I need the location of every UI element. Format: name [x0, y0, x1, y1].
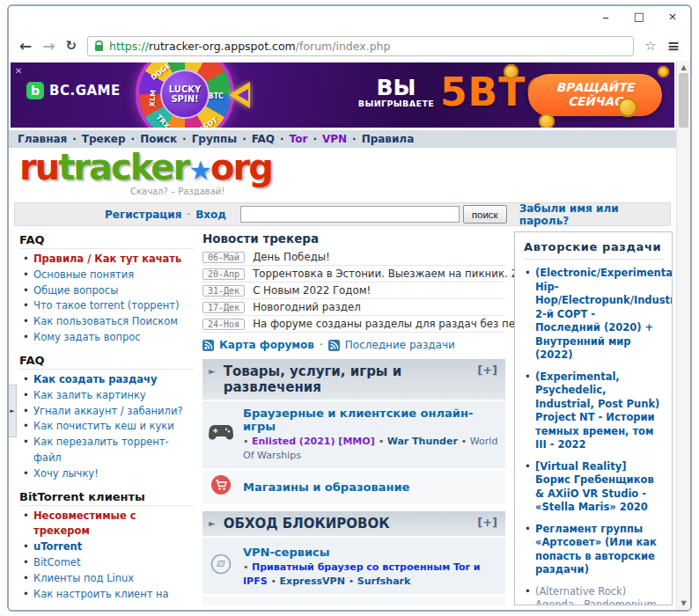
- sidebar-link[interactable]: Как почистить кеш и куки: [33, 420, 174, 432]
- news-date-badge[interactable]: 17-Дек: [202, 302, 245, 313]
- news-link[interactable]: Новогодний раздел: [253, 301, 361, 313]
- sidebar-link[interactable]: Клиенты под Linux: [33, 572, 134, 584]
- close-button[interactable]: ×: [666, 10, 680, 26]
- nav-link[interactable]: Группы: [192, 133, 238, 145]
- forum-link[interactable]: VPN-сервисы: [243, 546, 330, 559]
- page-viewport: ✕ b BC.GAME XRP DOGE XLM TRX BTC USDT LU…: [9, 61, 690, 610]
- browser-toolbar: ← → ↻ https://rutracker-org.appspot.com/…: [9, 31, 690, 61]
- authors-item: (Alternative Rock) Agenda - Pandemonium …: [524, 585, 663, 605]
- authors-panel: Авторские раздачи (Electronic/Experiment…: [514, 231, 673, 605]
- news-date-badge[interactable]: 20-Апр: [202, 268, 245, 280]
- subforum-link[interactable]: Enlisted (2021) [MMO]: [243, 436, 375, 447]
- news-date-badge[interactable]: 31-Дек: [202, 285, 245, 297]
- forum-link[interactable]: Браузерные и клиентские онлайн-игры: [243, 407, 498, 433]
- browser-menu-icon[interactable]: ≡: [667, 37, 680, 55]
- sidebar-collapse-handle[interactable]: ►: [9, 385, 17, 437]
- forum-row: ОБХОД БЛОКИРОВОК Плагины для браузеровБл…: [202, 596, 505, 605]
- sidebar-item: Клиенты под Linux: [19, 571, 194, 587]
- sidebar-link[interactable]: BitComet: [33, 556, 80, 568]
- authors-list: (Electronic/Experimental Hip-Hop/Electro…: [524, 267, 663, 605]
- category-header[interactable]: ► ОБХОД БЛОКИРОВОК [+]: [202, 511, 505, 536]
- bcgame-ad-banner[interactable]: ✕ b BC.GAME XRP DOGE XLM TRX BTC USDT LU…: [11, 62, 674, 128]
- authors-link[interactable]: Регламент группы «Артсовет» (Или как поп…: [535, 523, 657, 576]
- subforum-link[interactable]: ExpressVPN: [271, 576, 345, 587]
- search-button[interactable]: поиск: [463, 205, 507, 224]
- scrollbar-thumb[interactable]: [679, 73, 688, 128]
- search-input[interactable]: [240, 206, 460, 223]
- news-date-badge[interactable]: 24-Ноя: [202, 319, 245, 330]
- news-link[interactable]: С Новым 2022 Годом!: [253, 284, 371, 297]
- sidebar-link[interactable]: Как настроить клиент на максимальную ско…: [33, 588, 169, 605]
- subforum-list: Enlisted (2021) [MMO]War ThunderWorld Of…: [243, 435, 498, 463]
- sidebar-item: Хочу лычку!: [19, 466, 194, 482]
- scroll-up-icon[interactable]: ▲: [677, 63, 690, 71]
- sidebar-link[interactable]: Правила / Как тут качать: [33, 253, 181, 265]
- sidebar-link[interactable]: Несовместимые с трекером: [33, 510, 136, 538]
- maximize-button[interactable]: □: [632, 10, 646, 26]
- sidebar-link[interactable]: Хочу лычку!: [33, 467, 99, 480]
- login-link[interactable]: Вход: [195, 209, 226, 221]
- forum-link[interactable]: Магазины и образование: [243, 480, 409, 494]
- sidebar-link[interactable]: Как пользоваться Поиском: [33, 315, 178, 327]
- category-title[interactable]: Товары, услуги, игры и развлечения: [224, 363, 471, 395]
- forward-button[interactable]: →: [42, 37, 55, 55]
- ad-close-icon[interactable]: ✕: [15, 66, 22, 76]
- subforum-link[interactable]: Surfshark: [349, 576, 411, 587]
- nav-separator: ·: [126, 133, 141, 145]
- sidebar-link[interactable]: Угнали аккаунт / забанили?: [33, 405, 183, 417]
- authors-link[interactable]: (Alternative Rock) Agenda - Pandemonium …: [535, 585, 657, 605]
- authors-item: (Experimental, Psychedelic, Industrial, …: [524, 370, 663, 452]
- category-title[interactable]: ОБХОД БЛОКИРОВОК: [224, 516, 471, 532]
- authors-item: Регламент группы «Артсовет» (Или как поп…: [524, 523, 663, 577]
- scroll-down-icon[interactable]: ▼: [677, 599, 690, 607]
- url-text: https://rutracker-org.appspot.com/forum/…: [109, 40, 390, 53]
- https-lock-icon[interactable]: [94, 40, 104, 52]
- nav-link[interactable]: VPN: [322, 133, 347, 145]
- sidebar-item: Угнали аккаунт / забанили?: [19, 404, 194, 420]
- news-list: 06-Май День Победы! 20-Апр Торрентовка в…: [202, 249, 505, 333]
- news-date-badge[interactable]: 06-Май: [202, 252, 245, 263]
- nav-link[interactable]: Правила: [362, 133, 415, 145]
- address-bar[interactable]: https://rutracker-org.appspot.com/forum/…: [87, 36, 634, 56]
- nav-link[interactable]: Tor: [290, 133, 308, 145]
- bcgame-brand-name: BC.GAME: [49, 83, 121, 99]
- nav-link[interactable]: Поиск: [140, 133, 177, 145]
- category-header[interactable]: ► Товары, услуги, игры и развлечения [+]: [202, 359, 505, 400]
- minimize-button[interactable]: –: [599, 10, 613, 26]
- spin-now-button[interactable]: ВРАЩАЙТЕ СЕЙЧАС: [528, 74, 662, 116]
- nav-link[interactable]: Трекер: [82, 133, 126, 145]
- forum-map-link[interactable]: Карта форумов: [219, 339, 314, 351]
- sidebar-link[interactable]: Как создать раздачу: [33, 373, 157, 385]
- forgot-password-link[interactable]: Забыли имя или пароль?: [519, 202, 670, 227]
- authors-link[interactable]: (Experimental, Psychedelic, Industrial, …: [535, 370, 659, 451]
- banner-win-text: ВЫ ВЫИГРЫВАЕТЕ: [356, 77, 437, 108]
- sidebar-link[interactable]: Как перезалить торрент-файл: [33, 436, 169, 464]
- subforum-link[interactable]: War Thunder: [379, 436, 458, 447]
- lucky-spin-center: LUCKY SPIN!: [160, 70, 210, 119]
- expand-button[interactable]: [+]: [477, 363, 497, 377]
- authors-link[interactable]: (Electronic/Experimental Hip-Hop/Electro…: [535, 267, 673, 361]
- news-link[interactable]: День Победы!: [253, 251, 330, 263]
- news-row: 06-Май День Победы!: [202, 249, 505, 266]
- expand-button[interactable]: [+]: [477, 516, 497, 529]
- sidebar-link[interactable]: Общие вопросы: [33, 284, 118, 297]
- news-title: Новости трекера: [202, 231, 505, 246]
- sidebar-link[interactable]: Основные понятия: [33, 268, 134, 281]
- authors-link[interactable]: [Virtual Reality] Борис Гребенщиков & AX…: [535, 460, 654, 514]
- sidebar-link[interactable]: Что такое torrent (торрент): [33, 299, 179, 312]
- forum-link[interactable]: ОБХОД БЛОКИРОВОК: [243, 604, 387, 605]
- sidebar-link[interactable]: Кому задать вопрос: [33, 331, 141, 343]
- page-scrollbar[interactable]: ▲ ▼: [676, 61, 690, 610]
- back-button[interactable]: ←: [19, 37, 32, 55]
- site-logo[interactable]: rutracker★org: [19, 150, 272, 185]
- nav-link[interactable]: Главная: [18, 133, 67, 145]
- sidebar-link[interactable]: uTorrent: [33, 540, 82, 553]
- nav-separator: ·: [275, 133, 290, 145]
- reload-button[interactable]: ↻: [66, 38, 77, 54]
- latest-torrents-link[interactable]: Последние раздачи: [345, 339, 455, 351]
- bookmark-star-icon[interactable]: ☆: [644, 38, 656, 54]
- nav-separator: ·: [67, 133, 82, 145]
- nav-link[interactable]: FAQ: [252, 133, 275, 145]
- register-link[interactable]: Регистрация: [105, 209, 181, 221]
- sidebar-link[interactable]: Как залить картинку: [33, 389, 146, 401]
